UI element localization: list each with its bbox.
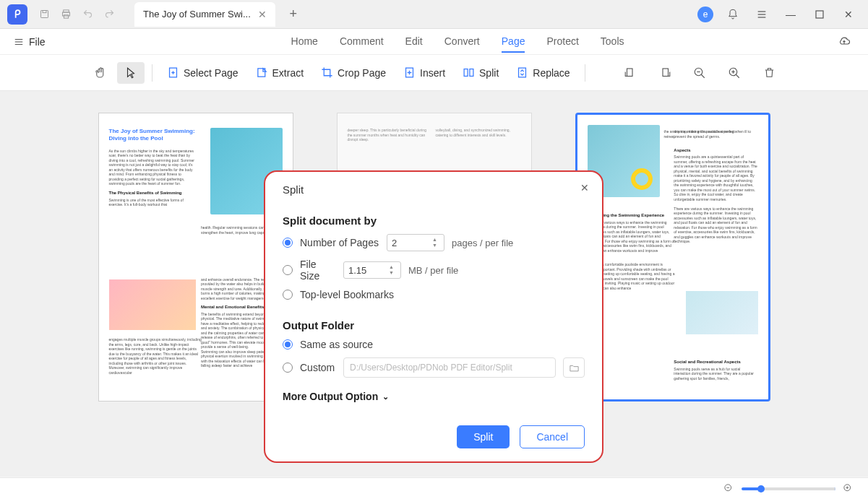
menu-convert[interactable]: Convert — [444, 31, 480, 53]
toolbar-right — [618, 61, 781, 85]
option-label: Same as source — [300, 339, 373, 350]
minimize-icon[interactable]: ― — [781, 5, 800, 24]
menu-home[interactable]: Home — [291, 31, 318, 53]
titlebar-right: e ― ✕ — [697, 5, 868, 24]
split-dialog: Split ✕ Split document by Number of Page… — [264, 170, 603, 463]
option-custom[interactable]: Custom D:/Users/Desktop/PDNob PDF Editor… — [283, 357, 585, 378]
svg-line-24 — [736, 74, 739, 78]
select-page-icon — [167, 66, 179, 79]
delete-icon[interactable] — [757, 61, 781, 85]
menu-items: Home Comment Edit Convert Page Protect T… — [291, 31, 624, 53]
insert-icon — [403, 66, 416, 79]
pointer-tool-icon[interactable] — [117, 62, 145, 84]
close-icon[interactable]: ✕ — [839, 5, 858, 24]
replace-icon — [516, 66, 528, 79]
radio-icon[interactable] — [283, 290, 293, 300]
rotate-right-icon[interactable] — [653, 61, 677, 85]
radio-icon[interactable] — [283, 339, 293, 350]
user-avatar[interactable]: e — [697, 6, 713, 22]
undo-icon[interactable] — [77, 4, 98, 25]
separator — [152, 64, 152, 82]
svg-rect-16 — [470, 69, 473, 77]
print-icon[interactable] — [55, 4, 77, 25]
svg-rect-0 — [40, 11, 48, 18]
split-confirm-button[interactable]: Split — [457, 425, 510, 448]
option-bookmarks[interactable]: Top-level Bookmarks — [283, 289, 585, 300]
redo-icon[interactable] — [98, 4, 120, 25]
file-menu-label: File — [29, 36, 46, 48]
select-page-label: Select Page — [184, 67, 239, 79]
spinner-icon[interactable]: ▲▼ — [432, 235, 442, 251]
dialog-buttons: Split Cancel — [457, 425, 585, 448]
option-label: Top-level Bookmarks — [300, 289, 394, 300]
hamburger-icon[interactable] — [752, 5, 771, 24]
document-tab[interactable]: The Joy of Summer Swi... ✕ — [134, 2, 275, 27]
browse-folder-button[interactable] — [563, 357, 585, 378]
zoom-in-icon[interactable] — [722, 61, 747, 85]
select-page-button[interactable]: Select Page — [160, 62, 246, 83]
more-output-option[interactable]: More Output Option ⌄ — [283, 391, 585, 402]
zoom-slider[interactable] — [742, 487, 835, 490]
svg-rect-1 — [43, 11, 46, 13]
dialog-title: Split — [283, 183, 585, 196]
file-menu[interactable]: File — [13, 36, 46, 48]
cancel-button[interactable]: Cancel — [520, 425, 585, 448]
radio-icon[interactable] — [283, 238, 293, 248]
unit-label: pages / per file — [452, 238, 513, 248]
cloud-icon[interactable] — [833, 31, 855, 53]
menu-comment[interactable]: Comment — [340, 31, 384, 53]
split-button[interactable]: Split — [455, 62, 506, 83]
svg-line-21 — [701, 74, 705, 78]
zoom-bar — [0, 477, 868, 499]
crop-page-label: Crop Page — [338, 67, 386, 79]
size-input[interactable]: 1.15▲▼ — [343, 261, 401, 279]
extract-button[interactable]: Extract — [249, 62, 311, 83]
menu-edit[interactable]: Edit — [405, 31, 423, 53]
maximize-icon[interactable] — [810, 5, 829, 24]
custom-path-input[interactable]: D:/Users/Desktop/PDNob PDF Editor/Split — [343, 357, 556, 378]
dialog-close-icon[interactable]: ✕ — [580, 182, 589, 194]
crop-page-button[interactable]: Crop Page — [314, 62, 393, 83]
output-folder-heading: Output Folder — [283, 319, 585, 331]
zoom-out-icon[interactable] — [687, 61, 712, 85]
svg-rect-15 — [464, 69, 468, 77]
option-label: Number of Pages — [300, 237, 379, 248]
zoom-out-button[interactable] — [723, 483, 734, 494]
spinner-icon[interactable]: ▲▼ — [389, 262, 399, 278]
insert-button[interactable]: Insert — [396, 62, 452, 83]
separator — [585, 64, 585, 82]
page-thumbnail-3[interactable]: Enhancing the Swimming ExperienceThere a… — [575, 113, 770, 402]
hand-tool-icon[interactable] — [87, 62, 114, 84]
chevron-down-icon: ⌄ — [382, 392, 389, 402]
page-toolbar: Select Page Extract Crop Page Insert Spl… — [0, 55, 868, 91]
new-tab-button[interactable]: + — [283, 6, 304, 22]
radio-icon[interactable] — [283, 363, 293, 373]
titlebar: The Joy of Summer Swi... ✕ + e ― ✕ — [0, 0, 868, 29]
save-icon[interactable] — [33, 4, 55, 25]
insert-label: Insert — [420, 67, 445, 79]
option-label: File Size — [300, 259, 336, 282]
svg-rect-4 — [64, 15, 68, 18]
replace-button[interactable]: Replace — [509, 62, 577, 83]
notification-icon[interactable] — [723, 5, 742, 24]
split-icon — [463, 66, 475, 79]
option-label: Custom — [300, 362, 336, 373]
svg-rect-8 — [816, 11, 823, 18]
menu-page[interactable]: Page — [502, 31, 525, 53]
rotate-left-icon[interactable] — [618, 61, 643, 85]
option-file-size[interactable]: File Size 1.15▲▼ MB / per file — [283, 259, 585, 282]
extract-icon — [256, 66, 268, 79]
tab-close-icon[interactable]: ✕ — [258, 9, 267, 20]
page-title: The Joy of Summer Swimming: Diving into … — [109, 128, 205, 143]
menu-protect[interactable]: Protect — [546, 31, 578, 53]
radio-icon[interactable] — [283, 265, 293, 275]
zoom-in-button[interactable] — [843, 483, 854, 494]
tab-title: The Joy of Summer Swi... — [143, 9, 251, 19]
pages-input[interactable]: 2▲▼ — [387, 234, 444, 251]
menubar: File Home Comment Edit Convert Page Prot… — [0, 29, 868, 55]
menu-tools[interactable]: Tools — [601, 31, 624, 53]
app-logo[interactable] — [7, 4, 27, 25]
split-by-heading: Split document by — [283, 214, 585, 227]
option-number-of-pages[interactable]: Number of Pages 2▲▼ pages / per file — [283, 234, 585, 251]
option-same-as-source[interactable]: Same as source — [283, 339, 585, 350]
